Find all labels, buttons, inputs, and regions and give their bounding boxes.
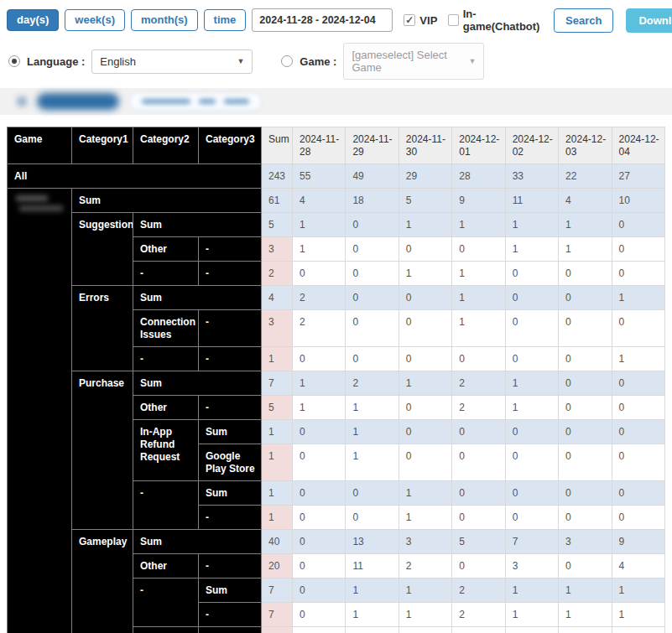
header-cell: 2024-11-30 [399, 127, 451, 164]
sum-cell: 1 [262, 444, 293, 481]
game-select-value: [gameselect] Select Game [352, 49, 461, 74]
value-cell: 0 [559, 396, 612, 420]
row-label-cell: In-App Refund Request [133, 420, 199, 481]
row-label-cell: Sum [133, 286, 262, 310]
vip-checkbox-wrap[interactable]: ✓ VIP [404, 14, 437, 27]
search-button[interactable]: Search [554, 8, 613, 33]
value-cell: 1 [559, 603, 612, 627]
ingame-checkbox[interactable] [448, 14, 458, 26]
value-cell: 0 [612, 310, 664, 347]
value-cell: 1 [293, 237, 346, 262]
period-button-days[interactable]: day(s) [7, 9, 59, 31]
value-cell: 1 [505, 396, 558, 420]
sum-cell: 1 [262, 347, 293, 371]
value-cell: 0 [399, 310, 451, 347]
sum-cell: 5 [262, 213, 293, 237]
value-cell: 0 [452, 444, 505, 481]
value-cell: 0 [346, 347, 399, 371]
redacted-primary-button[interactable] [37, 93, 119, 110]
value-cell: 0 [346, 262, 399, 286]
table-row: Sum614185911410 [8, 189, 665, 213]
value-cell: 0 [505, 347, 558, 371]
sum-cell: 7 [262, 627, 293, 633]
vip-checkbox[interactable]: ✓ [404, 14, 415, 26]
value-cell: 1 [505, 579, 558, 603]
game-radio[interactable] [281, 55, 293, 67]
value-cell: 0 [559, 627, 612, 633]
all-row-value-cell: 33 [505, 164, 558, 189]
language-label: Language : [27, 55, 85, 68]
row-label-cell: Sum [133, 371, 262, 396]
value-cell: 1 [612, 347, 664, 371]
sum-cell: 3 [262, 237, 293, 262]
all-row-value-cell: 27 [612, 164, 664, 189]
game-select[interactable]: [gameselect] Select Game ▼ [343, 43, 484, 80]
value-cell: 2 [346, 371, 399, 396]
value-cell: 0 [452, 506, 505, 530]
date-range-input[interactable] [252, 8, 393, 32]
value-cell: 0 [505, 506, 558, 530]
header-cell: 2024-12-03 [559, 127, 612, 164]
check-icon: ✓ [405, 15, 414, 25]
value-cell: 3 [505, 554, 558, 579]
value-cell: 0 [346, 506, 399, 530]
value-cell: 0 [559, 506, 612, 530]
redacted-action-bar [0, 88, 672, 115]
header-cell: Sum [262, 127, 293, 164]
value-cell: 0 [612, 481, 664, 506]
row-label-cell: Google Play Store [199, 444, 262, 481]
value-cell: 1 [452, 262, 505, 286]
value-cell: 1 [346, 603, 399, 627]
value-cell: 0 [559, 554, 612, 579]
ingame-checkbox-wrap[interactable]: In-game(Chatbot) [448, 8, 541, 33]
value-cell: 0 [505, 444, 558, 481]
sum-cell: 7 [262, 579, 293, 603]
period-button-time[interactable]: time [204, 9, 247, 31]
row-label-cell: Errors [72, 286, 133, 371]
value-cell: 0 [559, 371, 612, 396]
value-cell: 0 [293, 530, 346, 554]
value-cell: 0 [399, 444, 451, 481]
value-cell: 3 [559, 530, 612, 554]
redacted-secondary-buttons[interactable] [129, 92, 262, 111]
value-cell: 0 [559, 286, 612, 310]
value-cell: 2 [452, 371, 505, 396]
table-row: GameplaySum4001335739 [8, 530, 665, 554]
sum-cell: 7 [262, 371, 293, 396]
value-cell: 1 [612, 603, 664, 627]
all-row-label-cell: All [8, 164, 262, 189]
chevron-down-icon: ▼ [237, 57, 244, 65]
redacted-game-name [19, 205, 63, 211]
value-cell: 1 [452, 213, 505, 237]
ingame-label: In-game(Chatbot) [463, 8, 541, 33]
language-radio[interactable] [8, 55, 20, 67]
row-label-cell: Other [133, 554, 199, 579]
value-cell: 0 [293, 603, 346, 627]
value-cell: 0 [612, 237, 664, 262]
value-cell: 13 [346, 530, 399, 554]
value-cell: 0 [293, 347, 346, 371]
report-table-wrap: GameCategory1Category2Category3Sum2024-1… [0, 115, 672, 633]
value-cell: 0 [452, 420, 505, 444]
value-cell: 0 [399, 347, 451, 371]
value-cell: 0 [612, 444, 664, 481]
value-cell: 2 [293, 310, 346, 347]
table-row: ErrorsSum42001001 [8, 286, 665, 310]
language-select[interactable]: English ▼ [91, 49, 253, 74]
value-cell: 1 [505, 603, 558, 627]
row-label-cell: Sum [199, 420, 262, 444]
value-cell: 11 [346, 554, 399, 579]
row-label-cell: - [199, 262, 262, 286]
header-cell: Category2 [133, 127, 199, 164]
value-cell: 0 [559, 444, 612, 481]
value-cell: 0 [399, 420, 451, 444]
download-button[interactable]: Download [626, 8, 672, 33]
value-cell: 0 [346, 286, 399, 310]
value-cell: 1 [399, 213, 451, 237]
value-cell: 2 [293, 286, 346, 310]
value-cell: 0 [293, 554, 346, 579]
period-button-weeks[interactable]: week(s) [65, 9, 125, 31]
value-cell: 0 [505, 481, 558, 506]
period-button-months[interactable]: month(s) [131, 9, 198, 31]
sum-cell: 3 [262, 310, 293, 347]
